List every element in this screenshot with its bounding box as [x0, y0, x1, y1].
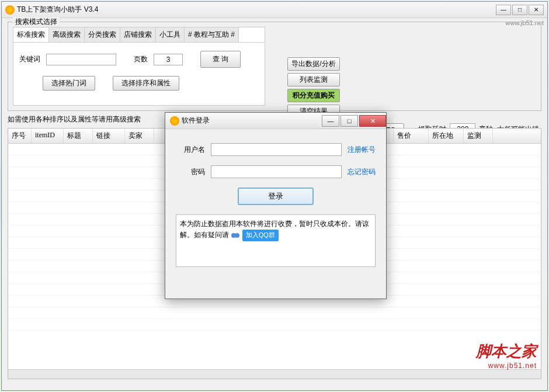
- tab-shop[interactable]: 店铺搜索: [120, 27, 156, 42]
- dialog-minimize-button[interactable]: —: [322, 115, 339, 127]
- search-mode-group: 搜索模式选择 标准搜索 高级搜索 分类搜索 店铺搜索 小工具 # 教程与互助 #…: [8, 22, 541, 111]
- search-panel: 关键词 页数 查 询 选择热门词 选择排序和属性: [13, 43, 265, 106]
- keyword-label: 关键词: [19, 54, 40, 64]
- search-group-title: 搜索模式选择: [13, 17, 60, 27]
- notice-box: 本为防止数据盗用本软件将进行收费，暂时只收成本价。请谅解。如有疑问请 加入QQ群: [176, 214, 376, 267]
- password-input[interactable]: [211, 165, 342, 178]
- watermark-title: 脚本之家: [476, 341, 537, 362]
- sort-attr-button[interactable]: 选择排序和属性: [113, 76, 179, 91]
- query-button[interactable]: 查 询: [200, 51, 241, 68]
- watermark-url: www.jb51.net: [476, 362, 537, 370]
- username-input[interactable]: [211, 143, 342, 156]
- dialog-title: 软件登录: [182, 116, 210, 126]
- login-button[interactable]: 登录: [238, 188, 314, 205]
- hint-text: 如需使用各种排序以及属性等请用高级搜索: [8, 115, 141, 124]
- table-row: [8, 307, 541, 319]
- col-location[interactable]: 所在地: [429, 129, 464, 143]
- pages-input[interactable]: [154, 54, 183, 65]
- password-label: 密码: [176, 167, 205, 177]
- hot-words-button[interactable]: 选择热门词: [43, 76, 95, 91]
- export-button[interactable]: 导出数据/分析: [287, 57, 340, 71]
- window-title: TB上下架查询小助手 V3.4: [17, 5, 98, 15]
- username-label: 用户名: [176, 145, 205, 155]
- dialog-titlebar[interactable]: 软件登录 — □ ✕: [165, 113, 386, 129]
- tab-tools[interactable]: 小工具: [156, 27, 185, 42]
- list-monitor-button[interactable]: 列表监测: [287, 73, 340, 86]
- keyword-input[interactable]: [46, 54, 116, 65]
- app-icon: [5, 5, 15, 15]
- tab-standard[interactable]: 标准搜索: [13, 27, 49, 42]
- tab-help[interactable]: # 教程与互助 #: [185, 27, 239, 42]
- col-index[interactable]: 序号: [8, 129, 32, 143]
- qq-group-button[interactable]: 加入QQ群: [242, 230, 279, 241]
- horizontal-scrollbar[interactable]: [8, 369, 541, 379]
- search-tabs: 标准搜索 高级搜索 分类搜索 店铺搜索 小工具 # 教程与互助 #: [13, 27, 265, 43]
- forgot-password-link[interactable]: 忘记密码: [348, 167, 376, 177]
- svg-point-1: [235, 233, 239, 238]
- maximize-button[interactable]: □: [512, 5, 527, 15]
- pages-label: 页数: [134, 54, 148, 64]
- dialog-close-button[interactable]: ✕: [359, 115, 386, 127]
- col-monitor[interactable]: 监测: [464, 129, 493, 143]
- col-seller[interactable]: 卖家: [125, 129, 154, 143]
- recharge-button[interactable]: 积分充值购买: [287, 89, 340, 102]
- col-price[interactable]: 售价: [394, 129, 429, 143]
- col-title[interactable]: 标题: [64, 129, 93, 143]
- qq-icon: [231, 231, 240, 240]
- tab-category[interactable]: 分类搜索: [85, 27, 120, 42]
- col-link[interactable]: 链接: [93, 129, 125, 143]
- login-dialog: 软件登录 — □ ✕ 用户名 注册帐号 密码 忘记密码 登录 本为防止数据盗用本…: [165, 112, 387, 299]
- main-titlebar: TB上下架查询小助手 V3.4 — □ ✕: [2, 2, 547, 18]
- minimize-button[interactable]: —: [496, 5, 511, 15]
- dialog-maximize-button[interactable]: □: [340, 115, 358, 127]
- register-link[interactable]: 注册帐号: [348, 145, 376, 155]
- col-itemid[interactable]: itemID: [32, 129, 64, 143]
- dialog-icon: [170, 116, 179, 126]
- tab-advanced[interactable]: 高级搜索: [49, 27, 85, 42]
- close-button[interactable]: ✕: [529, 5, 544, 15]
- table-row: [8, 319, 541, 331]
- watermark: 脚本之家 www.jb51.net: [476, 341, 537, 370]
